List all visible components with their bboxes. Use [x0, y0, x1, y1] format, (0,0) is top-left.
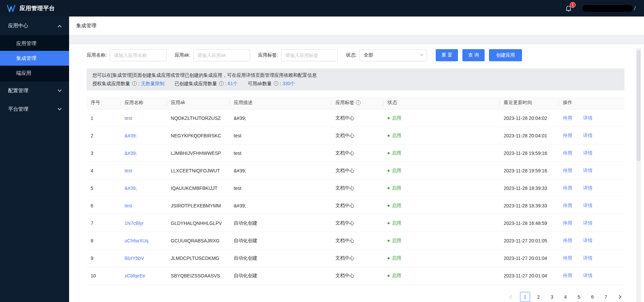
disable-action-link[interactable]: 停用 [563, 133, 572, 138]
sidebar-group-app-center[interactable]: 应用中心 [0, 16, 69, 35]
info-icon: i [132, 81, 137, 86]
cell-index: 2 [87, 127, 121, 144]
app-name-link[interactable]: BlztYbbV [125, 256, 144, 261]
page-button-7[interactable]: 7 [601, 292, 611, 302]
scrollbar-thumb[interactable] [637, 50, 641, 161]
detail-action-link[interactable]: 详情 [583, 150, 592, 156]
cell-actions: 停用 详情 [559, 162, 624, 179]
detail-action-link[interactable]: 详情 [583, 273, 592, 278]
app-tag-filter-label: 应用标签: [258, 52, 278, 58]
caret-mark [634, 6, 636, 10]
vertical-scrollbar[interactable] [636, 48, 641, 302]
app-name-link[interactable]: &#39; [125, 150, 137, 156]
integration-table: 序号 应用名称 应用ak 应用描述 应用标签 i 状态 最近更新时间 操作 [87, 97, 624, 285]
col-app-tag: 应用标签 i [331, 97, 384, 109]
available-ak-value[interactable]: 330个 [282, 79, 295, 88]
disable-action-link[interactable]: 停用 [563, 168, 572, 173]
content-gap [69, 35, 644, 44]
cell-actions: 停用 详情 [559, 249, 624, 267]
table-row: 5 &#39; IQAUUKCMBFBKIJJT test 文档中心 启用 20… [87, 179, 624, 197]
detail-action-link[interactable]: 详情 [583, 203, 592, 208]
page-button-3[interactable]: 3 [547, 292, 557, 302]
query-button[interactable]: 查 询 [462, 49, 485, 61]
chevron-left-icon [510, 295, 513, 299]
detail-action-link[interactable]: 详情 [583, 133, 592, 138]
banner-line1: 您可以在[集成管理]页面创建集成应用或管理已创建的集成应用，可在应用详情页面管理… [92, 71, 619, 79]
cell-app-ak: GLDYHALQNHHLGLPV [167, 214, 230, 232]
reset-button[interactable]: 重 置 [436, 49, 458, 61]
app-name-link[interactable]: test [125, 203, 132, 208]
page-button-4[interactable]: 4 [560, 292, 571, 302]
page-button-5[interactable]: 5 [574, 292, 584, 302]
page-button-6[interactable]: 6 [587, 292, 597, 302]
logo-icon [7, 5, 16, 12]
cell-status: 启用 [384, 214, 500, 232]
banner-stats: 授权集成应用数量 i : 无数量限制 已创建集成应用数量 i : 61个 可用a… [92, 79, 619, 88]
sidebar: 应用中心 应用管理 集成管理 端应用 配置管理 平台管理 [0, 16, 69, 302]
sidebar-group-platform-management[interactable]: 平台管理 [0, 100, 69, 119]
sidebar-group-config-management[interactable]: 配置管理 [0, 81, 69, 100]
app-ak-input[interactable] [193, 49, 250, 61]
app-name-link[interactable]: &#39; [125, 186, 137, 191]
disable-action-link[interactable]: 停用 [563, 255, 572, 261]
table-row: 2 &#39; NEGYKPKQDFBIRSKC test 文档中心 启用 20… [87, 127, 624, 144]
cell-status: 启用 [384, 197, 500, 214]
cell-actions: 停用 详情 [559, 144, 624, 162]
app-name-link[interactable]: test [125, 115, 132, 121]
detail-action-link[interactable]: 详情 [583, 255, 592, 261]
status-text: 启用 [392, 220, 401, 226]
sidebar-item-app-management[interactable]: 应用管理 [0, 36, 69, 51]
notification-bell-icon[interactable]: 1 [565, 5, 572, 12]
status-select-value: 全部 [364, 52, 373, 58]
cell-index: 7 [87, 214, 121, 232]
cell-app-desc: 自动化创建 [230, 267, 332, 284]
cell-index: 8 [87, 232, 121, 249]
status-select[interactable]: 全部 [360, 49, 427, 61]
disable-action-link[interactable]: 停用 [563, 238, 572, 243]
user-name-redacted [582, 5, 633, 12]
col-app-name: 应用名称 [121, 97, 167, 109]
app-tag-input[interactable] [281, 49, 338, 61]
authorized-count-value[interactable]: 无数量限制 [141, 79, 164, 88]
detail-action-link[interactable]: 详情 [583, 115, 592, 121]
disable-action-link[interactable]: 停用 [563, 185, 572, 191]
detail-action-link[interactable]: 详情 [583, 168, 592, 173]
app-name-link[interactable]: 1N7cBlyr [125, 221, 144, 226]
cell-index: 10 [87, 267, 121, 284]
table-row: 7 1N7cBlyr GLDYHALQNHHLGLPV 自动化创建 文档中心 启… [87, 214, 624, 232]
user-menu[interactable] [582, 5, 635, 12]
disable-action-link[interactable]: 停用 [563, 273, 572, 278]
cell-actions: 停用 详情 [559, 197, 624, 214]
cell-index: 3 [87, 144, 121, 162]
status-dot-icon [388, 152, 390, 154]
page-button-2[interactable]: 2 [533, 292, 544, 302]
disable-action-link[interactable]: 停用 [563, 220, 572, 226]
detail-action-link[interactable]: 详情 [583, 238, 592, 243]
app-name-link[interactable]: &#39; [125, 133, 137, 138]
cell-updated: 2023-11-27 20:01:04 [500, 249, 559, 267]
page-button-1[interactable]: 1 [520, 292, 530, 302]
cell-app-desc: test [230, 127, 332, 144]
detail-action-link[interactable]: 详情 [583, 185, 592, 191]
chevron-down-icon [58, 106, 61, 110]
separator: : [280, 79, 281, 88]
disable-action-link[interactable]: 停用 [563, 115, 572, 121]
create-app-button[interactable]: 创建应用 [489, 49, 522, 61]
cell-status: 启用 [384, 109, 500, 127]
created-count-value[interactable]: 61个 [228, 79, 238, 88]
disable-action-link[interactable]: 停用 [563, 150, 572, 156]
status-dot-icon [388, 240, 390, 242]
detail-action-link[interactable]: 详情 [583, 220, 592, 226]
cell-status: 启用 [384, 144, 500, 162]
app-name-link[interactable]: xCbfqeEe [125, 273, 145, 278]
disable-action-link[interactable]: 停用 [563, 203, 572, 208]
cell-app-ak: NQOKZLTHJTORZUSZ [167, 109, 230, 127]
sidebar-item-client-app[interactable]: 端应用 [0, 66, 69, 80]
app-name-link[interactable]: test [125, 168, 132, 173]
cell-status: 启用 [384, 249, 500, 267]
app-name-link[interactable]: uCh6wXUq [125, 238, 149, 243]
next-page-button[interactable] [614, 292, 624, 302]
app-name-input[interactable] [110, 49, 166, 61]
sidebar-item-integration-management[interactable]: 集成管理 [0, 51, 69, 66]
prev-page-button[interactable] [507, 292, 517, 302]
